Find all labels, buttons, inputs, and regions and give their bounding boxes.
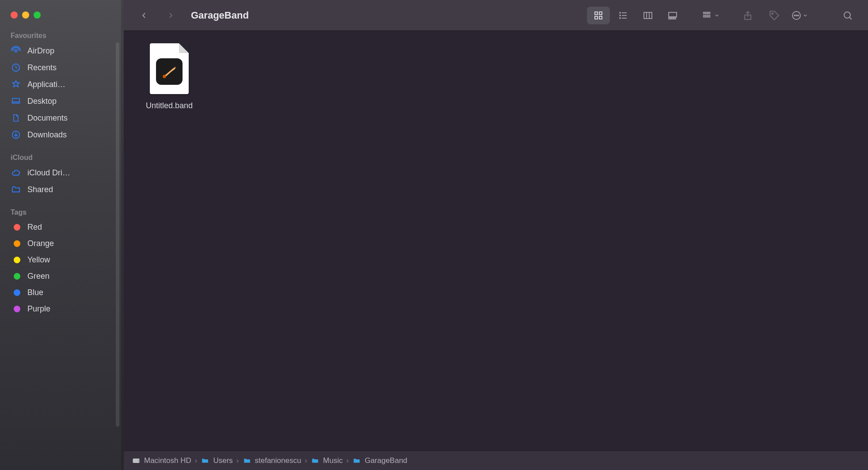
- forward-button[interactable]: [159, 7, 182, 24]
- svg-rect-18: [706, 12, 708, 14]
- svg-point-29: [844, 12, 850, 18]
- back-button[interactable]: [133, 7, 156, 24]
- chevron-down-icon: [714, 13, 720, 18]
- sidebar-item-label: Blue: [27, 288, 43, 297]
- sidebar-item-applications[interactable]: Applicati…: [0, 76, 124, 93]
- sidebar-item-tag-orange[interactable]: Orange: [0, 235, 124, 252]
- sidebar-item-tag-green[interactable]: Green: [0, 268, 124, 284]
- view-gallery-button[interactable]: [661, 7, 684, 24]
- sidebar-scrollbar[interactable]: [116, 42, 119, 427]
- file-name: Untitled.band: [146, 101, 193, 110]
- group-by-button[interactable]: [699, 7, 721, 24]
- maximize-window-button[interactable]: [34, 11, 41, 19]
- disk-icon: [132, 456, 141, 465]
- sidebar-item-label: iCloud Dri…: [27, 168, 70, 178]
- folder-icon: [243, 457, 251, 465]
- window-controls: [0, 4, 124, 29]
- sidebar-item-tag-blue[interactable]: Blue: [0, 284, 124, 301]
- airdrop-icon: [11, 46, 21, 56]
- path-crumb[interactable]: Macintosh HD: [132, 456, 191, 465]
- tag-dot-icon: [11, 273, 21, 280]
- file-icon: [150, 43, 189, 94]
- svg-rect-2: [12, 99, 20, 103]
- svg-point-28: [798, 15, 799, 16]
- toolbar: GarageBand: [124, 0, 868, 31]
- svg-point-4: [18, 187, 19, 188]
- sidebar-item-shared[interactable]: Shared: [0, 181, 124, 198]
- appstore-icon: [11, 80, 21, 89]
- tags-button[interactable]: [763, 7, 786, 24]
- svg-rect-17: [704, 12, 705, 14]
- close-window-button[interactable]: [11, 11, 18, 19]
- folder-icon: [352, 457, 361, 465]
- sidebar-heading-tags: Tags: [0, 206, 124, 219]
- sidebar-heading-icloud: iCloud: [0, 151, 124, 164]
- folder-content[interactable]: Untitled.band: [124, 31, 868, 451]
- svg-rect-7: [595, 16, 598, 19]
- svg-rect-22: [708, 15, 710, 17]
- svg-rect-5: [595, 12, 598, 15]
- path-crumb[interactable]: Music: [311, 456, 343, 465]
- sidebar-item-label: Red: [27, 223, 42, 232]
- window-title: GarageBand: [191, 10, 249, 21]
- svg-point-24: [772, 13, 773, 14]
- sidebar-resize-handle[interactable]: [121, 0, 124, 470]
- path-crumb[interactable]: GarageBand: [352, 456, 407, 465]
- search-button[interactable]: [836, 7, 859, 24]
- tag-dot-icon: [11, 289, 21, 296]
- minimize-window-button[interactable]: [22, 11, 29, 19]
- sidebar-item-icloud-drive[interactable]: iCloud Dri…: [0, 164, 124, 181]
- file-item[interactable]: Untitled.band: [136, 43, 202, 110]
- svg-point-27: [796, 15, 797, 16]
- path-crumb-label: Macintosh HD: [144, 456, 191, 465]
- svg-rect-16: [674, 18, 676, 19]
- sharedfolder-icon: [11, 185, 21, 194]
- svg-rect-20: [704, 15, 705, 17]
- sidebar: Favourites AirDrop Recents Applicati…: [0, 0, 124, 470]
- sidebar-section-favourites: Favourites AirDrop Recents Applicati…: [0, 29, 124, 151]
- share-button[interactable]: [736, 7, 759, 24]
- sidebar-item-label: Yellow: [27, 255, 50, 265]
- desktop-icon: [11, 96, 21, 106]
- svg-point-10: [620, 15, 621, 16]
- sidebar-item-documents[interactable]: Documents: [0, 110, 124, 126]
- document-icon: [11, 113, 21, 123]
- sidebar-item-label: Green: [27, 272, 49, 281]
- sidebar-item-label: Purple: [27, 304, 50, 314]
- view-mode-group: [587, 7, 684, 24]
- download-icon: [11, 130, 21, 140]
- chevron-right-icon: ›: [305, 456, 307, 465]
- sidebar-item-airdrop[interactable]: AirDrop: [0, 42, 124, 59]
- path-crumb-label: Users: [213, 456, 232, 465]
- svg-point-0: [15, 49, 17, 52]
- path-crumb[interactable]: stefanionescu: [243, 456, 301, 465]
- sidebar-item-desktop[interactable]: Desktop: [0, 93, 124, 110]
- sidebar-item-label: Documents: [27, 114, 68, 123]
- actions-button[interactable]: [789, 7, 810, 24]
- sidebar-item-tag-yellow[interactable]: Yellow: [0, 252, 124, 268]
- sidebar-sections: Favourites AirDrop Recents Applicati…: [0, 29, 124, 470]
- sidebar-item-label: Desktop: [27, 97, 57, 106]
- chevron-down-icon: [803, 13, 808, 18]
- view-icon-button[interactable]: [587, 7, 610, 24]
- garageband-icon: [156, 58, 183, 85]
- cloud-icon: [11, 168, 21, 178]
- sidebar-heading-favourites: Favourites: [0, 29, 124, 42]
- svg-rect-14: [669, 18, 670, 19]
- sidebar-item-label: Orange: [27, 239, 54, 248]
- sidebar-item-label: Downloads: [27, 130, 67, 140]
- svg-point-30: [163, 75, 166, 78]
- sidebar-item-label: Applicati…: [27, 80, 65, 89]
- view-column-button[interactable]: [636, 7, 659, 24]
- sidebar-item-tag-purple[interactable]: Purple: [0, 301, 124, 317]
- clock-icon: [11, 63, 21, 72]
- tag-dot-icon: [11, 224, 21, 231]
- main-area: GarageBand: [124, 0, 868, 470]
- svg-rect-13: [669, 12, 677, 17]
- view-list-button[interactable]: [612, 7, 635, 24]
- path-crumb[interactable]: Users: [201, 456, 232, 465]
- sidebar-item-downloads[interactable]: Downloads: [0, 126, 124, 143]
- sidebar-item-tag-red[interactable]: Red: [0, 219, 124, 235]
- path-crumb-label: Music: [323, 456, 343, 465]
- sidebar-item-recents[interactable]: Recents: [0, 59, 124, 76]
